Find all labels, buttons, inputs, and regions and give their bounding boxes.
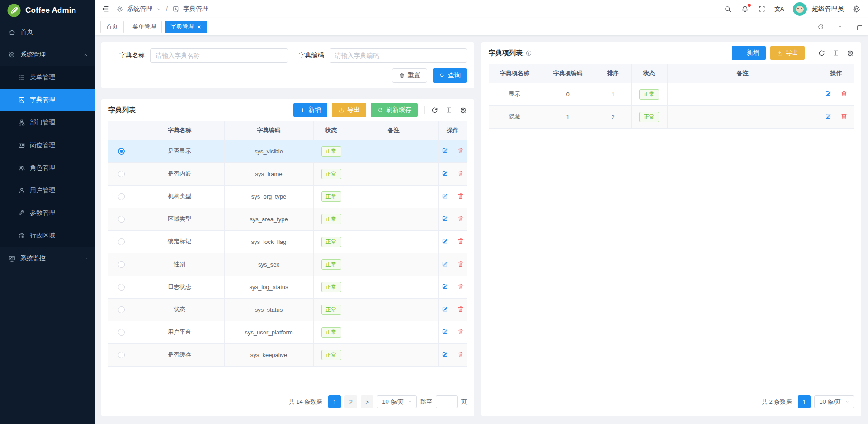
edit-icon[interactable] [441,238,448,245]
table-row[interactable]: 是否显示 sys_visible 正常 [108,140,467,162]
tabs-chevron-down-icon[interactable] [830,18,849,35]
tab-dict-mgmt[interactable]: 字典管理 [165,21,207,33]
maximize-icon[interactable] [849,18,868,35]
export-dict-item-button[interactable]: 导出 [770,46,805,60]
sidebar-item-dict-mgmt[interactable]: 字典管理 [0,89,95,111]
tab-home[interactable]: 首页 [100,21,124,33]
dict-name-input[interactable] [150,48,288,63]
tab-menu-mgmt[interactable]: 菜单管理 [127,21,162,33]
page-size-select[interactable]: 10 条/页 [377,395,417,408]
delete-icon[interactable] [457,328,464,335]
sidebar-item-home[interactable]: 首页 [0,21,95,43]
next-page-button[interactable]: > [361,395,373,408]
collapse-sidebar-icon[interactable] [101,5,110,13]
edit-icon[interactable] [441,147,448,154]
query-button[interactable]: 查询 [433,68,467,83]
edit-icon[interactable] [441,328,448,335]
table-row[interactable]: 日志状态 sys_log_status 正常 [108,276,467,298]
notifications-bell-icon[interactable] [741,5,749,13]
add-dict-button[interactable]: 新增 [293,103,327,117]
row-radio[interactable] [118,306,125,313]
dict-code-input[interactable] [330,48,467,63]
row-radio[interactable] [118,352,125,358]
edit-icon[interactable] [441,305,448,313]
row-radio[interactable] [118,171,125,177]
logo[interactable]: Coffee Admin [0,0,95,21]
sidebar-item-monitor[interactable]: 系统监控 [0,247,95,270]
edit-icon[interactable] [441,351,448,358]
delete-icon[interactable] [457,147,464,154]
delete-icon[interactable] [457,238,464,245]
edit-icon[interactable] [441,283,448,290]
delete-icon[interactable] [840,90,848,97]
refresh-table-icon[interactable] [818,49,826,57]
table-row[interactable]: 显示 0 1 正常 [489,83,854,105]
row-radio[interactable] [118,148,125,155]
delete-icon[interactable] [457,283,464,290]
edit-icon[interactable] [825,113,832,120]
settings-gear-icon[interactable] [853,5,861,13]
refresh-table-icon[interactable] [431,106,439,114]
search-icon[interactable] [724,5,732,13]
column-settings-icon[interactable] [459,106,467,114]
language-switch-icon[interactable]: 文A [775,5,784,13]
delete-icon[interactable] [457,170,464,177]
reset-button[interactable]: 重置 [392,68,427,83]
sidebar-item-system[interactable]: 系统管理 [0,43,95,66]
refresh-page-icon[interactable] [811,18,830,35]
edit-icon[interactable] [441,170,448,177]
refresh-cache-button[interactable]: 刷新缓存 [371,103,418,117]
edit-icon[interactable] [441,192,448,200]
delete-icon[interactable] [457,351,464,358]
sidebar-item-menu-mgmt[interactable]: 菜单管理 [0,66,95,89]
sidebar-item-admin-region[interactable]: 行政区域 [0,224,95,247]
cell-remark [349,276,438,298]
table-row[interactable]: 性别 sys_sex 正常 [108,253,467,276]
table-row[interactable]: 是否内嵌 sys_frame 正常 [108,162,467,185]
avatar[interactable] [793,2,807,16]
sidebar-item-post-mgmt[interactable]: 岗位管理 [0,134,95,157]
table-row[interactable]: 隐藏 1 2 正常 [489,105,854,128]
delete-icon[interactable] [457,215,464,222]
export-dict-button[interactable]: 导出 [332,103,366,117]
row-radio[interactable] [118,216,125,223]
row-radio[interactable] [118,238,125,245]
jump-page-input[interactable] [436,395,458,408]
table-row[interactable]: 区域类型 sys_area_type 正常 [108,208,467,230]
user-name[interactable]: 超级管理员 [812,5,844,13]
sidebar-item-dept-mgmt[interactable]: 部门管理 [0,111,95,134]
add-dict-item-button[interactable]: 新增 [732,46,766,60]
table-row[interactable]: 状态 sys_status 正常 [108,298,467,321]
sidebar-item-user-mgmt[interactable]: 用户管理 [0,179,95,202]
page-1-button[interactable]: 1 [798,395,811,408]
delete-icon[interactable] [840,113,848,120]
page-2-button[interactable]: 2 [344,395,357,408]
table-row[interactable]: 机构类型 sys_org_type 正常 [108,185,467,208]
row-height-icon[interactable] [445,106,453,114]
edit-icon[interactable] [441,260,448,267]
delete-icon[interactable] [457,305,464,313]
breadcrumb: 系统管理 / 字典管理 [116,5,208,13]
row-radio[interactable] [118,329,125,336]
edit-icon[interactable] [825,90,832,97]
delete-icon[interactable] [457,192,464,200]
sidebar-item-param-mgmt[interactable]: 参数管理 [0,202,95,224]
table-row[interactable]: 是否缓存 sys_keepalive 正常 [108,343,467,366]
edit-icon[interactable] [441,215,448,222]
close-tab-icon[interactable] [197,25,201,29]
row-radio[interactable] [118,284,125,291]
page-size-select[interactable]: 10 条/页 [814,395,854,408]
table-row[interactable]: 用户平台 sys_user_platform 正常 [108,321,467,343]
fullscreen-icon[interactable] [758,5,766,13]
row-radio[interactable] [118,193,125,200]
breadcrumb-system[interactable]: 系统管理 [127,5,152,13]
row-height-icon[interactable] [832,49,840,57]
column-settings-icon[interactable] [846,49,854,57]
page-1-button[interactable]: 1 [328,395,341,408]
delete-icon[interactable] [457,260,464,267]
refresh-icon [377,107,383,113]
row-radio[interactable] [118,261,125,268]
table-row[interactable]: 锁定标记 sys_lock_flag 正常 [108,230,467,253]
sidebar-item-role-mgmt[interactable]: 角色管理 [0,157,95,179]
dict-item-panel: 字典项列表 新增 导出 [481,42,861,416]
